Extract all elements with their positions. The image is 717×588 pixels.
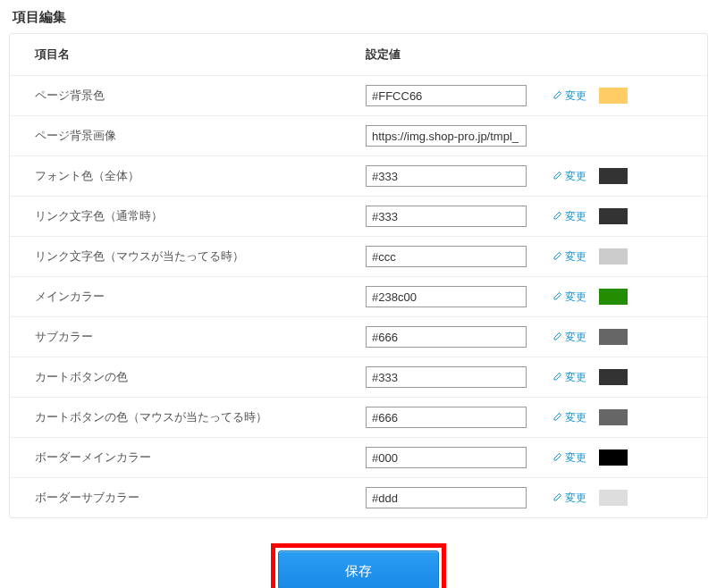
color-swatch <box>599 409 628 425</box>
color-swatch <box>599 168 628 184</box>
table-row: ページ背景画像 <box>10 116 707 156</box>
change-link[interactable]: 変更 <box>552 290 586 305</box>
edit-icon <box>552 251 562 262</box>
row-value-cell: 変更 <box>341 357 707 398</box>
value-input[interactable] <box>366 326 527 348</box>
change-link[interactable]: 変更 <box>552 330 586 345</box>
change-link[interactable]: 変更 <box>552 491 586 506</box>
row-value-cell: 変更 <box>341 237 707 277</box>
table-row: フォント色（全体）変更 <box>10 156 707 197</box>
value-input[interactable] <box>366 246 527 267</box>
color-swatch <box>599 208 628 224</box>
edit-icon <box>552 211 562 222</box>
change-label: 変更 <box>565 209 586 224</box>
value-input[interactable] <box>366 85 527 106</box>
color-swatch <box>599 289 628 305</box>
row-label: ボーダーサブカラー <box>10 478 341 518</box>
row-label: フォント色（全体） <box>10 156 341 197</box>
value-input[interactable] <box>366 447 527 468</box>
value-input[interactable] <box>366 366 527 388</box>
row-value-cell: 変更 <box>341 277 707 317</box>
col-header-value: 設定値 <box>341 34 707 76</box>
row-value-cell: 変更 <box>341 317 707 357</box>
value-input[interactable] <box>366 407 527 428</box>
col-header-name: 項目名 <box>10 34 341 76</box>
table-row: ボーダーサブカラー変更 <box>10 478 707 518</box>
change-label: 変更 <box>565 290 586 305</box>
table-row: リンク文字色（通常時）変更 <box>10 197 707 237</box>
edit-icon <box>552 452 562 463</box>
edit-icon <box>552 412 562 423</box>
change-link[interactable]: 変更 <box>552 88 586 104</box>
change-link[interactable]: 変更 <box>552 450 586 466</box>
change-link[interactable]: 変更 <box>552 249 586 265</box>
table-row: リンク文字色（マウスが当たってる時）変更 <box>10 237 707 277</box>
row-label: ページ背景色 <box>10 76 341 116</box>
change-label: 変更 <box>565 330 586 345</box>
row-label: リンク文字色（通常時） <box>10 197 341 237</box>
edit-icon <box>552 171 562 181</box>
change-label: 変更 <box>565 249 586 265</box>
save-area: 保存 <box>0 518 717 588</box>
row-value-cell <box>341 116 707 156</box>
row-label: カートボタンの色 <box>10 357 341 398</box>
change-link[interactable]: 変更 <box>552 370 586 385</box>
value-input[interactable] <box>366 487 527 508</box>
table-row: サブカラー変更 <box>10 317 707 357</box>
row-value-cell: 変更 <box>341 156 707 197</box>
color-swatch <box>599 369 628 385</box>
row-value-cell: 変更 <box>341 197 707 237</box>
row-label: サブカラー <box>10 317 341 357</box>
save-button[interactable]: 保存 <box>278 550 439 588</box>
row-value-cell: 変更 <box>341 438 707 478</box>
row-label: リンク文字色（マウスが当たってる時） <box>10 237 341 277</box>
value-input[interactable] <box>366 165 527 187</box>
row-label: ボーダーメインカラー <box>10 438 341 478</box>
color-swatch <box>599 449 628 466</box>
color-swatch <box>599 88 628 104</box>
edit-icon <box>552 291 562 302</box>
page-title: 項目編集 <box>0 0 717 33</box>
settings-table: 項目名 設定値 ページ背景色変更ページ背景画像フォント色（全体）変更リンク文字色… <box>10 34 707 517</box>
row-label: メインカラー <box>10 277 341 317</box>
value-input[interactable] <box>366 125 527 147</box>
table-row: ページ背景色変更 <box>10 76 707 116</box>
row-label: カートボタンの色（マウスが当たってる時） <box>10 398 341 438</box>
change-label: 変更 <box>565 169 586 184</box>
row-value-cell: 変更 <box>341 478 707 518</box>
color-swatch <box>599 490 628 506</box>
change-link[interactable]: 変更 <box>552 209 586 224</box>
edit-icon <box>552 90 562 101</box>
edit-icon <box>552 332 562 342</box>
row-value-cell: 変更 <box>341 76 707 116</box>
table-row: ボーダーメインカラー変更 <box>10 438 707 478</box>
row-label: ページ背景画像 <box>10 116 341 156</box>
settings-panel: 項目名 設定値 ページ背景色変更ページ背景画像フォント色（全体）変更リンク文字色… <box>9 33 708 518</box>
save-highlight-box: 保存 <box>271 543 446 588</box>
edit-icon <box>552 372 562 382</box>
value-input[interactable] <box>366 286 527 307</box>
color-swatch <box>599 329 628 345</box>
change-label: 変更 <box>565 450 586 466</box>
edit-icon <box>552 492 562 503</box>
value-input[interactable] <box>366 206 527 227</box>
change-label: 変更 <box>565 491 586 506</box>
table-row: メインカラー変更 <box>10 277 707 317</box>
row-value-cell: 変更 <box>341 398 707 438</box>
table-row: カートボタンの色変更 <box>10 357 707 398</box>
table-row: カートボタンの色（マウスが当たってる時）変更 <box>10 398 707 438</box>
change-link[interactable]: 変更 <box>552 169 586 184</box>
color-swatch <box>599 248 628 265</box>
change-label: 変更 <box>565 410 586 425</box>
change-label: 変更 <box>565 370 586 385</box>
change-label: 変更 <box>565 88 586 104</box>
change-link[interactable]: 変更 <box>552 410 586 425</box>
